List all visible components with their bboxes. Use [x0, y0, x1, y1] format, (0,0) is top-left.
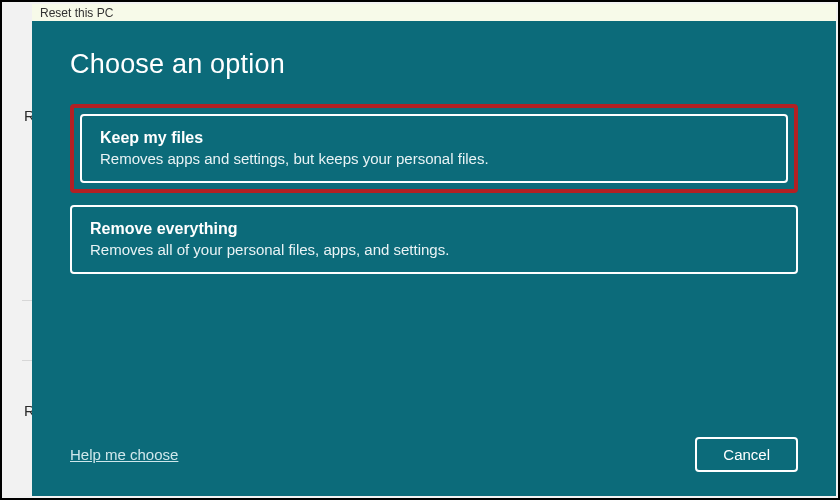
- dialog-title-bar: Reset this PC: [32, 4, 836, 22]
- help-me-choose-link[interactable]: Help me choose: [70, 446, 178, 463]
- dialog-window-title: Reset this PC: [40, 6, 113, 20]
- screenshot-frame: R R Reset this PC Choose an option Keep …: [0, 0, 840, 500]
- dialog-footer: Help me choose Cancel: [70, 437, 798, 472]
- option-keep-my-files[interactable]: Keep my files Removes apps and settings,…: [80, 114, 788, 183]
- option-keep-my-files-description: Removes apps and settings, but keeps you…: [100, 150, 768, 167]
- reset-pc-dialog: Choose an option Keep my files Removes a…: [32, 21, 836, 496]
- option-remove-everything-description: Removes all of your personal files, apps…: [90, 241, 778, 258]
- option-keep-my-files-title: Keep my files: [100, 129, 768, 147]
- option-remove-everything[interactable]: Remove everything Removes all of your pe…: [70, 205, 798, 274]
- option-remove-everything-title: Remove everything: [90, 220, 778, 238]
- dialog-heading: Choose an option: [70, 49, 798, 80]
- spacer: [70, 292, 798, 437]
- highlighted-selection: Keep my files Removes apps and settings,…: [70, 104, 798, 193]
- cancel-button[interactable]: Cancel: [695, 437, 798, 472]
